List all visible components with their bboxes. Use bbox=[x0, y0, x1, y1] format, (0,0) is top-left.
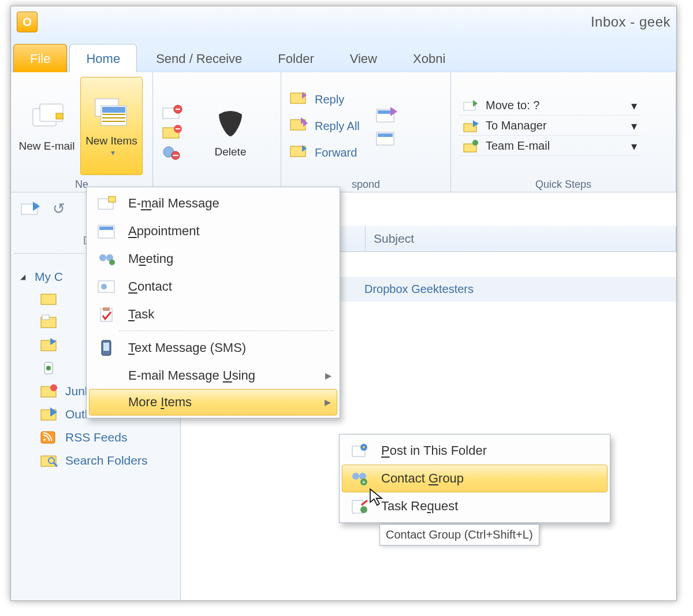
svg-rect-54 bbox=[103, 343, 109, 351]
new-items-button[interactable]: New Items bbox=[80, 77, 143, 175]
tab-home[interactable]: Home bbox=[69, 44, 137, 72]
ribbon: New E-mail New Items Ne bbox=[11, 72, 676, 192]
reply-button[interactable]: Reply bbox=[286, 88, 363, 110]
appointment-icon bbox=[95, 223, 119, 239]
move-icon bbox=[463, 99, 480, 113]
new-items-menu: E-mail Message Appointment Meeting Conta… bbox=[86, 187, 340, 418]
svg-rect-21 bbox=[378, 133, 393, 137]
delete-icon bbox=[212, 105, 249, 142]
svg-point-48 bbox=[109, 259, 115, 265]
svg-rect-29 bbox=[42, 315, 49, 320]
svg-rect-7 bbox=[102, 117, 125, 118]
meeting-reply-icon[interactable] bbox=[374, 105, 398, 124]
tab-view[interactable]: View bbox=[333, 44, 394, 72]
svg-rect-52 bbox=[103, 307, 110, 311]
menu-more-items[interactable]: More Items bbox=[89, 389, 337, 415]
tree-search-folders[interactable]: Search Folders bbox=[14, 449, 177, 472]
svg-point-32 bbox=[46, 366, 51, 370]
post-icon bbox=[348, 443, 372, 459]
reply-label: Reply bbox=[315, 93, 344, 106]
menu-contact[interactable]: Contact bbox=[89, 273, 337, 300]
team-email-icon bbox=[463, 139, 480, 153]
reply-all-button[interactable]: Reply All bbox=[286, 115, 363, 137]
svg-point-63 bbox=[360, 506, 367, 513]
sms-icon bbox=[95, 339, 119, 357]
chevron-down-icon[interactable]: ▾ bbox=[631, 139, 637, 153]
new-email-label: New E-mail bbox=[18, 140, 74, 153]
forward-icon bbox=[289, 143, 309, 162]
tab-folder[interactable]: Folder bbox=[261, 44, 330, 72]
chevron-down-icon[interactable]: ▾ bbox=[631, 99, 637, 113]
new-email-icon bbox=[28, 99, 65, 136]
task-request-icon bbox=[348, 498, 372, 514]
ignore-icon[interactable] bbox=[162, 105, 184, 121]
submenu-post-folder[interactable]: Post in This Folder bbox=[342, 437, 608, 465]
svg-rect-43 bbox=[109, 196, 116, 202]
tab-file[interactable]: File bbox=[13, 44, 67, 72]
svg-rect-8 bbox=[102, 121, 125, 122]
reply-all-label: Reply All bbox=[315, 120, 360, 133]
outlook-app-icon: O bbox=[17, 12, 38, 32]
svg-point-46 bbox=[99, 254, 106, 261]
tab-send-receive[interactable]: Send / Receive bbox=[139, 44, 259, 72]
new-items-label: New Items bbox=[85, 135, 137, 148]
mouse-cursor bbox=[369, 488, 385, 507]
tree-rss[interactable]: RSS Feeds bbox=[14, 426, 177, 449]
menu-meeting[interactable]: Meeting bbox=[89, 245, 337, 273]
svg-text:+: + bbox=[362, 479, 366, 485]
svg-point-50 bbox=[101, 284, 107, 290]
contact-icon bbox=[95, 279, 119, 295]
to-manager-icon bbox=[463, 119, 480, 133]
chevron-down-icon[interactable]: ▾ bbox=[631, 119, 637, 133]
more-items-submenu: Post in This Folder + Contact Group Task… bbox=[339, 434, 610, 523]
tab-xobni[interactable]: Xobni bbox=[396, 44, 462, 72]
quickstep-move[interactable]: Move to: ? ▾ bbox=[459, 97, 640, 116]
svg-rect-2 bbox=[56, 113, 63, 119]
tooltip-contact-group: Contact Group (Ctrl+Shift+L) bbox=[379, 524, 539, 546]
forward-label: Forward bbox=[315, 146, 357, 159]
menu-email-message[interactable]: E-mail Message bbox=[89, 190, 337, 217]
new-email-button[interactable]: New E-mail bbox=[16, 77, 78, 175]
undo-icon[interactable]: ↺ bbox=[53, 200, 65, 218]
svg-point-58 bbox=[352, 473, 359, 480]
svg-rect-27 bbox=[41, 294, 56, 305]
menu-task[interactable]: Task bbox=[89, 300, 337, 328]
svg-point-25 bbox=[472, 140, 478, 146]
window-title: Inbox - geek bbox=[44, 14, 670, 30]
email-message-icon bbox=[95, 195, 119, 211]
menu-appointment[interactable]: Appointment bbox=[89, 217, 337, 245]
send-receive-icon[interactable] bbox=[20, 199, 44, 218]
outlook-window: O Inbox - geek File Home Send / Receive … bbox=[10, 6, 677, 601]
junk-icon[interactable] bbox=[162, 144, 184, 160]
group-quicksteps-caption: Quick Steps bbox=[456, 177, 671, 191]
ribbon-tabs: File Home Send / Receive Folder View Xob… bbox=[11, 38, 676, 72]
cleanup-icon[interactable] bbox=[162, 124, 184, 140]
titlebar: O Inbox - geek bbox=[11, 6, 676, 38]
col-subject[interactable]: Subject bbox=[366, 226, 676, 251]
menu-text-message[interactable]: Text Message (SMS) bbox=[89, 333, 337, 362]
task-icon bbox=[95, 306, 119, 322]
svg-point-57 bbox=[363, 446, 365, 448]
svg-rect-5 bbox=[102, 107, 125, 113]
quickstep-team[interactable]: Team E-mail ▾ bbox=[459, 137, 640, 156]
svg-rect-6 bbox=[102, 114, 125, 115]
quickstep-manager[interactable]: To Manager ▾ bbox=[459, 117, 640, 136]
svg-point-37 bbox=[43, 439, 46, 441]
more-respond-icon[interactable] bbox=[374, 128, 398, 147]
svg-point-34 bbox=[50, 384, 57, 391]
contact-group-icon: + bbox=[348, 470, 372, 487]
reply-all-icon bbox=[289, 116, 309, 136]
forward-button[interactable]: Forward bbox=[286, 142, 363, 164]
menu-email-using[interactable]: E-mail Message Using bbox=[89, 362, 337, 389]
delete-label: Delete bbox=[215, 146, 247, 159]
reply-icon bbox=[289, 90, 309, 109]
delete-button[interactable]: Delete bbox=[190, 83, 271, 181]
svg-rect-45 bbox=[99, 227, 113, 230]
new-items-icon bbox=[93, 94, 130, 131]
meeting-icon bbox=[95, 251, 119, 267]
